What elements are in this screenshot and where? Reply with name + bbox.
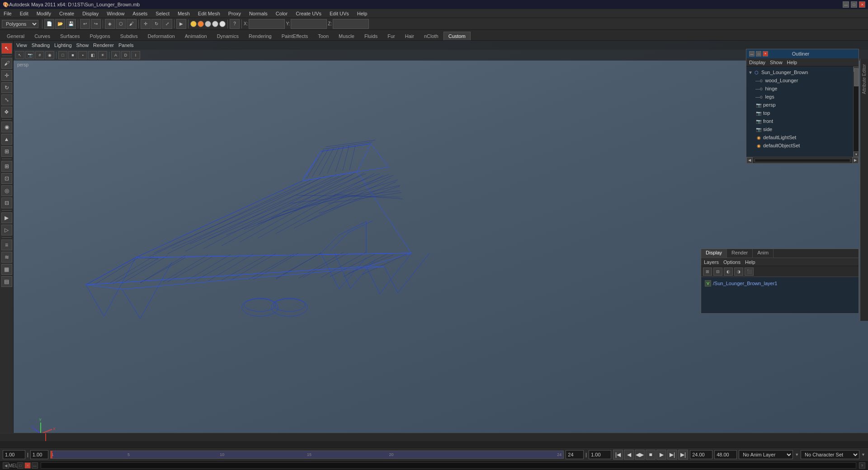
vp-menu-renderer[interactable]: Renderer: [93, 42, 114, 48]
tab-polygons[interactable]: Polygons: [85, 32, 115, 40]
color-swatch-orange[interactable]: [198, 21, 204, 27]
outliner-item-wood-lounger[interactable]: —o wood_Lounger: [746, 76, 852, 85]
new-scene-button[interactable]: 📄: [44, 19, 54, 29]
hscroll-left-arrow[interactable]: ◀: [746, 157, 753, 164]
render-button[interactable]: ▶: [176, 19, 186, 29]
playback-speed-field[interactable]: [589, 450, 611, 459]
snap-to-curve-button[interactable]: ⊡: [1, 173, 12, 184]
cb-tab-render[interactable]: Render: [727, 249, 753, 258]
save-scene-button[interactable]: 💾: [66, 19, 76, 29]
stop-button[interactable]: ■: [646, 450, 656, 460]
range-start-field[interactable]: [690, 450, 712, 459]
fps-start-field[interactable]: [30, 450, 48, 459]
outliner-item-top[interactable]: 📷 top: [746, 109, 852, 117]
snap-to-view-button[interactable]: ⊟: [1, 197, 12, 208]
vp-menu-panels[interactable]: Panels: [118, 42, 134, 48]
minimize-button[interactable]: —: [843, 1, 849, 8]
outliner-menu-help[interactable]: Help: [787, 60, 797, 65]
tab-hair[interactable]: Hair: [400, 32, 419, 40]
outliner-item-front[interactable]: 📷 front: [746, 117, 852, 125]
snap-to-point-button[interactable]: ◎: [1, 185, 12, 196]
play-back-button[interactable]: ◀▶: [635, 450, 645, 460]
y-field[interactable]: [291, 19, 327, 29]
scroll-thumb[interactable]: [854, 68, 859, 86]
cb-tab-display[interactable]: Display: [701, 249, 727, 258]
hscroll-right-arrow[interactable]: ▶: [852, 157, 859, 164]
redo-button[interactable]: ↪: [91, 19, 101, 29]
outliner-item-persp[interactable]: 📷 persp: [746, 101, 852, 109]
vp-lighting2-btn[interactable]: ☀: [98, 51, 107, 59]
script-output[interactable]: [41, 462, 856, 469]
menu-modify[interactable]: Modify: [35, 10, 53, 17]
outliner-item-default-light-set[interactable]: ◉ defaultLightSet: [746, 133, 852, 141]
go-to-end-button[interactable]: ▶|: [678, 450, 688, 460]
menu-create[interactable]: Create: [57, 10, 76, 17]
ipr-render-button[interactable]: ▷: [1, 225, 12, 235]
vp-grid-btn[interactable]: #: [35, 51, 44, 59]
current-frame-field[interactable]: [3, 450, 25, 459]
vp-smooth-btn[interactable]: ■: [68, 51, 77, 59]
cb-tab-anim[interactable]: Anim: [753, 249, 774, 258]
color-swatch-gray[interactable]: [205, 21, 211, 27]
layer-editor-button[interactable]: ▤: [1, 276, 12, 287]
menu-display[interactable]: Display: [80, 10, 100, 17]
tab-fur[interactable]: Fur: [382, 32, 400, 40]
outliner-menu-show[interactable]: Show: [770, 60, 783, 65]
mode-dropdown[interactable]: Polygons Surfaces Animation Dynamics Ren…: [2, 20, 38, 28]
menu-edit[interactable]: Edit: [18, 10, 30, 17]
vp-textured-btn[interactable]: ▪: [78, 51, 87, 59]
tab-animation[interactable]: Animation: [180, 32, 212, 40]
menu-window[interactable]: Window: [105, 10, 126, 17]
show-manip-button[interactable]: ⊞: [1, 146, 12, 157]
menu-edituvs[interactable]: Edit UVs: [328, 10, 351, 17]
tab-subdivs[interactable]: Subdivs: [115, 32, 143, 40]
outliner-close-button[interactable]: ✕: [763, 51, 768, 56]
lasso-button[interactable]: ⬡: [116, 19, 126, 29]
layer-vis-toggle[interactable]: V: [705, 280, 711, 287]
layer-name[interactable]: /Sun_Lounger_Brown_layer1: [713, 281, 778, 286]
timeline-scrubber[interactable]: 1 5 10 15 20 24: [50, 451, 564, 459]
move-button[interactable]: ✛: [1, 70, 12, 81]
color-swatch-yellow[interactable]: [190, 21, 197, 27]
vp-menu-lighting[interactable]: Lighting: [54, 42, 72, 48]
menu-help[interactable]: Help: [355, 10, 369, 17]
render-layer-button[interactable]: ▦: [1, 264, 12, 275]
vp-camera-btn[interactable]: 📷: [25, 51, 34, 59]
undo-button[interactable]: ↩: [80, 19, 90, 29]
cb-tool-btn-2[interactable]: ⊟: [713, 268, 722, 276]
menu-select[interactable]: Select: [154, 10, 171, 17]
outliner-minimize-button[interactable]: —: [749, 51, 755, 56]
paint-select-button[interactable]: 🖌: [1, 58, 12, 69]
tab-curves[interactable]: Curves: [29, 32, 55, 40]
next-frame-button[interactable]: ▶|: [667, 450, 677, 460]
vp-wireframe-btn[interactable]: □: [58, 51, 67, 59]
color-swatch-lightgray[interactable]: [212, 21, 218, 27]
question-button[interactable]: ?: [230, 19, 240, 29]
go-to-start-button[interactable]: |◀: [613, 450, 623, 460]
paint-button[interactable]: 🖌: [127, 19, 137, 29]
color-swatch-white[interactable]: [219, 21, 226, 27]
select-button[interactable]: ↖: [1, 43, 12, 54]
tab-dynamics[interactable]: Dynamics: [212, 32, 244, 40]
cb-tool-btn-3[interactable]: ◐: [724, 268, 733, 276]
outliner-vscroll[interactable]: ▲ ▼: [853, 66, 859, 157]
vp-menu-view[interactable]: View: [16, 42, 27, 48]
cb-tool-btn-1[interactable]: ⊞: [703, 268, 712, 276]
scroll-down-arrow[interactable]: ▼: [854, 151, 859, 157]
menu-normals[interactable]: Normals: [247, 10, 269, 17]
scale-button[interactable]: ⤡: [1, 94, 12, 105]
snap-to-grid-button[interactable]: ⊞: [1, 161, 12, 172]
anim-layer-button[interactable]: ≋: [1, 252, 12, 263]
maximize-button[interactable]: □: [851, 1, 857, 8]
cb-menu-help[interactable]: Help: [745, 259, 755, 265]
move-tool-button[interactable]: ✛: [141, 19, 151, 29]
cb-menu-layers[interactable]: Layers: [704, 259, 719, 265]
render-view-button[interactable]: ▶: [1, 212, 12, 223]
timeline-bar[interactable]: [0, 433, 868, 441]
play-forward-button[interactable]: ▶: [656, 450, 666, 460]
universal-manip-button[interactable]: ❖: [1, 107, 12, 118]
rotate-button[interactable]: ↻: [1, 82, 12, 93]
anim-layer-dropdown[interactable]: No Anim Layer: [739, 450, 793, 459]
close-button[interactable]: ✕: [859, 1, 865, 8]
vp-isolate-btn[interactable]: I: [131, 51, 140, 59]
